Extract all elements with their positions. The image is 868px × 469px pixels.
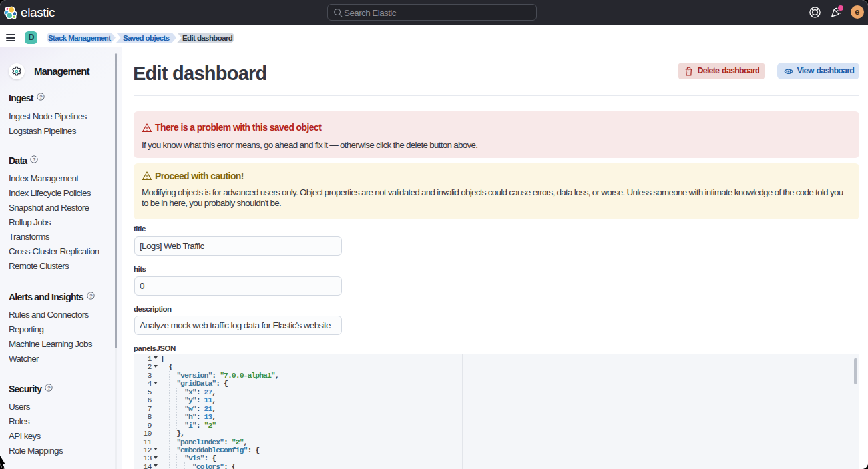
svg-text:?: ? [39,94,43,100]
svg-text:?: ? [47,385,51,391]
svg-text:?: ? [33,157,36,163]
svg-text:?: ? [89,293,93,299]
